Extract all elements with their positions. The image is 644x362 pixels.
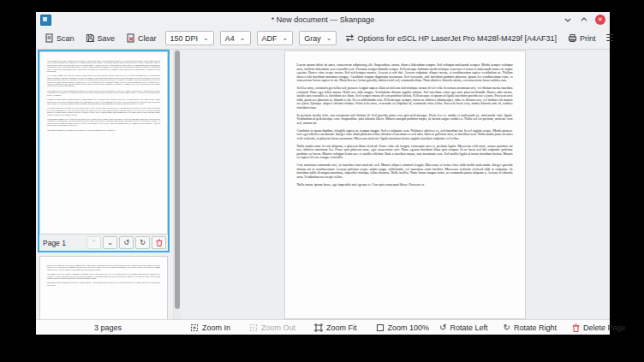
rotate-page-left-button[interactable]: ↺ <box>119 236 134 249</box>
thumbnail-scrollbar[interactable] <box>173 50 181 319</box>
delete-page-button[interactable]: Delete Page <box>572 323 626 332</box>
zoom-100-icon <box>376 323 385 332</box>
page-count: 3 pages <box>36 323 180 332</box>
document-page-1[interactable]: Lorem ipsum dolor sit amet, consectetur … <box>284 50 526 319</box>
document-paragraph: Curabitur in quam dapibus, fringilla sap… <box>47 98 160 104</box>
paper-size-select[interactable]: A4 ⌄ <box>220 31 251 45</box>
scan-source-select[interactable]: ADF ⌄ <box>257 31 294 45</box>
clear-button[interactable]: Clear <box>123 32 159 45</box>
clear-icon <box>126 33 135 43</box>
document-preview-area[interactable]: Lorem ipsum dolor sit amet, consectetur … <box>181 50 610 319</box>
document-paragraph: In pretium iaculis felis, non accumsan n… <box>47 90 160 96</box>
scanner-options-button[interactable]: Options for eSCL HP LaserJet Pro M428f-M… <box>343 33 559 45</box>
document-paragraph: Nulla mattis nunc in erat aliquam, a pla… <box>297 145 513 160</box>
window-title: * New document — Skanpage <box>36 15 610 24</box>
zoom-out-icon <box>249 323 258 332</box>
zoom-in-icon <box>190 323 199 332</box>
color-mode-select[interactable]: Gray ⌄ <box>299 31 337 45</box>
document-paragraph: Nulla ornare ipsum lacus, eget imperdiet… <box>47 129 160 131</box>
zoom-fit-icon <box>314 323 323 332</box>
app-icon <box>40 15 51 26</box>
skanpage-window: * New document — Skanpage ✕ Scan Save <box>36 12 610 335</box>
chevron-down-icon: ⌄ <box>240 35 246 42</box>
rotate-left-button[interactable]: ↺ Rotate Left <box>439 323 487 332</box>
hamburger-menu-icon[interactable]: ☰ <box>605 33 617 43</box>
zoom-fit-button[interactable]: Zoom Fit <box>314 323 357 332</box>
move-page-up-button[interactable]: ⌃ <box>86 236 101 249</box>
zoom-out-button[interactable]: Zoom Out <box>249 323 295 332</box>
document-paragraph: molestie eros. Phasellus viverra orci at… <box>47 264 160 270</box>
adjust-icon <box>345 34 355 42</box>
rotate-right-icon: ↻ <box>504 323 510 332</box>
save-button[interactable]: Save <box>83 32 118 45</box>
rotate-page-right-button[interactable]: ↻ <box>135 236 150 249</box>
page-1-controls: Page 1 ⌃ ⌄ ↺ ↻ <box>39 234 168 251</box>
document-paragraph: Nulla ornare ipsum lacus, eget imperdiet… <box>297 183 513 187</box>
thumbnail-page-1-image[interactable]: Lorem ipsum dolor sit amet, consectetur … <box>39 51 168 234</box>
maximize-icon[interactable] <box>579 15 589 25</box>
print-button[interactable]: Print <box>565 32 599 45</box>
document-paragraph: Lorem ipsum dolor sit amet, consectetur … <box>297 63 513 83</box>
document-paragraph: In pretium iaculis felis, non accumsan n… <box>297 114 513 126</box>
thumbnail-panel: Lorem ipsum dolor sit amet, consectetur … <box>36 50 173 319</box>
rotate-left-icon: ↺ <box>439 323 446 332</box>
scan-icon <box>45 33 54 43</box>
content-area: Lorem ipsum dolor sit amet, consectetur … <box>36 50 610 319</box>
trash-icon <box>156 239 163 246</box>
document-paragraph: Sed leo urna, euismod eget tellus sed, p… <box>297 86 513 110</box>
document-paragraph: Sed leo urna, euismod eget tellus sed, p… <box>47 74 160 86</box>
document-paragraph: Curabitur in quam dapibus, fringilla sap… <box>297 129 513 141</box>
minimize-icon[interactable] <box>563 15 573 25</box>
document-paragraph: Cras maximus commodo orci, in faucibus r… <box>47 118 160 127</box>
toolbar: Scan Save Clear 150 DPI ⌄ A4 ⌄ ADF ⌄ <box>36 27 610 50</box>
rotate-right-button[interactable]: ↻ Rotate Right <box>504 323 557 332</box>
page-label: Page 1 <box>41 239 66 247</box>
document-paragraph: Nulla mattis nunc in erat aliquam, a pla… <box>47 107 160 116</box>
chevron-down-icon: ⌄ <box>203 35 209 42</box>
move-page-down-button[interactable]: ⌄ <box>103 236 117 249</box>
delete-page-button-thumb[interactable] <box>152 236 166 249</box>
close-icon[interactable]: ✕ <box>595 15 605 25</box>
document-paragraph: Vestibulum id odio vitae tempor et maxim… <box>47 273 160 279</box>
zoom-in-button[interactable]: Zoom In <box>190 323 230 332</box>
document-paragraph: Suspendisse cursus fermentum scelerisque… <box>47 282 160 286</box>
trash-icon <box>572 323 580 332</box>
thumbnail-page-1-selected[interactable]: Lorem ipsum dolor sit amet, consectetur … <box>38 50 170 252</box>
scrollbar-handle[interactable] <box>175 50 180 309</box>
chevron-down-icon: ⌄ <box>283 35 289 42</box>
titlebar[interactable]: * New document — Skanpage ✕ <box>36 12 610 27</box>
document-paragraph: Cras maximus commodo orci, in faucibus r… <box>297 163 513 179</box>
statusbar: 3 pages Zoom In Zoom Out Zoom Fit <box>36 319 610 335</box>
scan-button[interactable]: Scan <box>42 32 77 45</box>
document-paragraph: Lorem ipsum dolor sit amet, consectetur … <box>47 60 160 72</box>
zoom-100-button[interactable]: Zoom 100% <box>376 323 430 332</box>
resolution-select[interactable]: 150 DPI ⌄ <box>165 31 214 45</box>
save-icon <box>86 33 95 43</box>
thumbnail-page-2-image[interactable]: molestie eros. Phasellus viverra orci at… <box>39 256 168 319</box>
printer-icon <box>568 33 577 43</box>
chevron-down-icon: ⌄ <box>326 35 332 42</box>
